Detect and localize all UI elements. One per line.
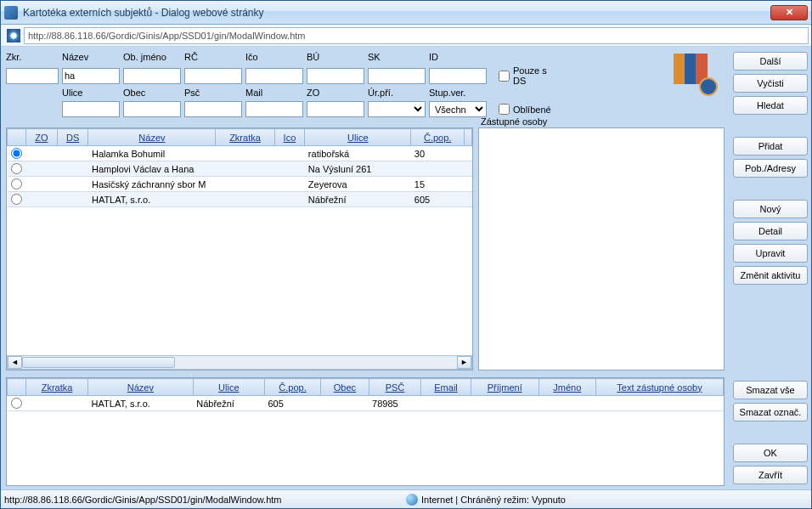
input-zkr[interactable]: [6, 68, 59, 84]
cell-cpop: [411, 161, 465, 177]
close-button[interactable]: ✕: [770, 5, 808, 20]
label-zkr: Zkr.: [6, 52, 59, 62]
checkbox-pouzeds[interactable]: [499, 71, 510, 82]
label-objmeno: Ob. jméno: [123, 52, 181, 62]
input-obec[interactable]: [123, 101, 181, 117]
cell-cpop: 605: [411, 192, 465, 207]
cell-cpop: 30: [411, 146, 465, 161]
hledat-button[interactable]: Hledat: [733, 96, 808, 115]
table-row[interactable]: Hasičský záchranný sbor MZeyerova15: [8, 177, 472, 192]
main-table-box: ZO DS Název Zkratka Ico Ulice Č.pop. Hal…: [6, 127, 473, 370]
bcol-radio[interactable]: [8, 379, 26, 396]
input-ico[interactable]: [245, 68, 303, 84]
ok-button[interactable]: OK: [733, 444, 808, 462]
cell-zkratka: [216, 161, 274, 177]
col-cpop[interactable]: Č.pop.: [411, 129, 465, 146]
input-bu[interactable]: [307, 68, 364, 84]
row-radio[interactable]: [11, 194, 22, 205]
pridat-button[interactable]: Přidat: [733, 137, 808, 156]
row-radio[interactable]: [11, 148, 22, 159]
cell-ulice: Nábřežní: [305, 192, 411, 207]
bcol-jmeno[interactable]: Jméno: [539, 379, 595, 396]
label-obec: Obec: [123, 88, 181, 98]
row-radio[interactable]: [11, 178, 22, 189]
input-nazev[interactable]: [62, 68, 120, 84]
address-input[interactable]: [24, 27, 809, 44]
col-ico[interactable]: Ico: [274, 129, 305, 146]
col-zkratka[interactable]: Zkratka: [216, 129, 274, 146]
bcol-email[interactable]: Email: [421, 379, 471, 396]
table-row[interactable]: HATLAT, s.r.o.Nábřežní60578985: [8, 396, 724, 411]
input-rc[interactable]: [184, 68, 242, 84]
label-ico: Ičo: [245, 52, 303, 62]
cell-nazev: Hasičský záchranný sbor M: [88, 177, 216, 192]
smazatoznac-button[interactable]: Smazat označ.: [733, 403, 808, 421]
bcol-psc[interactable]: PSČ: [369, 379, 421, 396]
label-id: ID: [429, 52, 487, 62]
pobadresy-button[interactable]: Pob./Adresy: [733, 159, 808, 178]
label-sk: SK: [368, 52, 426, 62]
input-id[interactable]: [429, 68, 487, 84]
cell-zkratka: [216, 177, 274, 192]
col-nazev[interactable]: Název: [88, 129, 216, 146]
cell-zkratka: [216, 192, 274, 207]
cell-ico: [274, 161, 305, 177]
cell-ulice: Na Výsluní 261: [305, 161, 411, 177]
content-area: Zkr. Název Ob. jméno RČ Ičo BÚ SK ID: [1, 47, 811, 489]
cell-nazev: Hamplovi Václav a Hana: [88, 161, 216, 177]
row-radio[interactable]: [11, 398, 22, 409]
bcol-zkratka[interactable]: Zkratka: [26, 379, 88, 396]
vycisti-button[interactable]: Vyčisti: [733, 74, 808, 93]
bcol-ulice[interactable]: Ulice: [193, 379, 264, 396]
table-row[interactable]: Hamplovi Václav a HanaNa Výsluní 261: [8, 161, 472, 177]
input-sk[interactable]: [368, 68, 426, 84]
smazatvse-button[interactable]: Smazat vše: [733, 381, 808, 399]
col-ulice[interactable]: Ulice: [305, 129, 411, 146]
zastupne-caption: Zástupné osoby: [481, 116, 547, 127]
globe-icon: [406, 494, 418, 506]
ie-icon: [7, 29, 20, 42]
logo-icon: [674, 54, 718, 96]
col-radio[interactable]: [8, 129, 26, 146]
cell-zkratka: [216, 146, 274, 161]
table-row[interactable]: Halamka Bohumilratibořská30: [8, 146, 472, 161]
app-icon: [4, 6, 18, 20]
cell-ulice: Zeyerova: [305, 177, 411, 192]
cell-ico: [274, 146, 305, 161]
table-row[interactable]: HATLAT, s.r.o.Nábřežní605: [8, 192, 472, 207]
cell-ulice: ratibořská: [305, 146, 411, 161]
upravit-button[interactable]: Upravit: [733, 244, 808, 263]
input-mail[interactable]: [245, 101, 303, 117]
scroll-right-arrow[interactable]: ►: [457, 356, 471, 369]
dialog-window: Kartotéka externích subjektů - Dialog we…: [0, 0, 812, 509]
bottom-table: Zkratka Název Ulice Č.pop. Obec PSČ Emai…: [7, 378, 724, 411]
scroll-thumb[interactable]: [22, 357, 175, 368]
bcol-cpop[interactable]: Č.pop.: [264, 379, 320, 396]
select-urpri[interactable]: [368, 101, 426, 117]
input-zo[interactable]: [307, 101, 364, 117]
bcol-textzo[interactable]: Text zástupné osoby: [596, 379, 724, 396]
label-bu: BÚ: [307, 52, 364, 62]
novy-button[interactable]: Nový: [733, 200, 808, 218]
col-extra[interactable]: [465, 129, 472, 146]
zavrit-button[interactable]: Zavřít: [733, 466, 808, 484]
input-objmeno[interactable]: [123, 68, 181, 84]
input-psc[interactable]: [184, 101, 242, 117]
bcol-nazev[interactable]: Název: [88, 379, 194, 396]
bcol-obec[interactable]: Obec: [321, 379, 369, 396]
label-mail: Mail: [245, 88, 303, 98]
filter-panel: Zkr. Název Ob. jméno RČ Ičo BÚ SK ID: [6, 52, 725, 117]
bcol-prijmeni[interactable]: Příjmení: [471, 379, 539, 396]
row-radio[interactable]: [11, 163, 22, 174]
dalsi-button[interactable]: Další: [733, 52, 808, 71]
scroll-left-arrow[interactable]: ◄: [8, 356, 22, 369]
checkbox-oblibene[interactable]: [499, 104, 510, 115]
detail-button[interactable]: Detail: [733, 222, 808, 240]
zmenitaktivitu-button[interactable]: Změnit aktivitu: [733, 266, 808, 285]
input-ulice[interactable]: [62, 101, 120, 117]
col-zo[interactable]: ZO: [26, 129, 58, 146]
col-ds[interactable]: DS: [57, 129, 88, 146]
zastupne-box: Zástupné osoby: [478, 127, 725, 370]
select-stupver[interactable]: Všechn: [429, 101, 487, 117]
h-scrollbar[interactable]: ◄ ►: [7, 355, 472, 370]
